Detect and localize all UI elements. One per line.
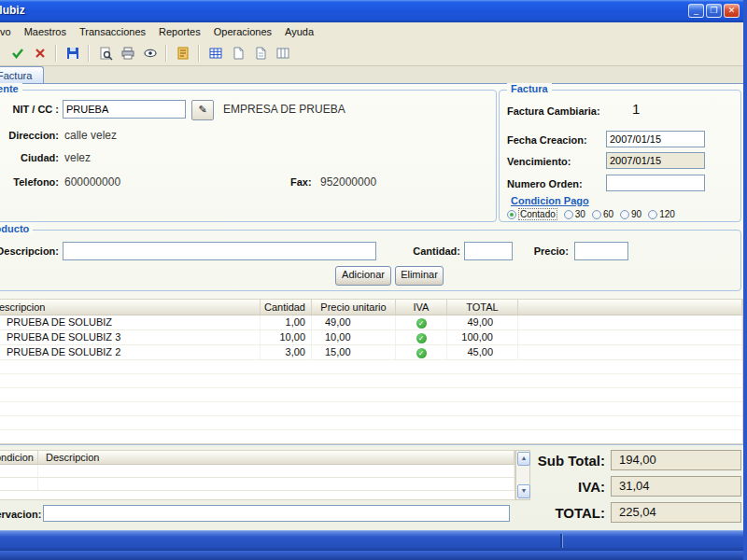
radio-120[interactable]: 120: [648, 209, 675, 219]
toolbar-separator: [198, 45, 200, 62]
tab-factura[interactable]: Factura: [0, 66, 44, 85]
delete-button[interactable]: Eliminar: [395, 266, 444, 286]
column-header-total[interactable]: TOTAL: [447, 300, 518, 315]
column-header-iva[interactable]: IVA: [396, 300, 447, 315]
quantity-label: Cantidad:: [389, 245, 460, 257]
window-controls: _ ❐ ✕: [688, 4, 740, 18]
product-group-caption: Producto: [0, 223, 33, 234]
due-date-input[interactable]: [606, 152, 705, 169]
table-row[interactable]: PRUEBA DE SOLUBIZ 1,00 49,00 ✓ 49,00: [0, 315, 742, 330]
minimize-button[interactable]: _: [688, 4, 704, 18]
section-divider: [0, 444, 743, 445]
iva-value: 31,04: [611, 476, 741, 497]
document-icon[interactable]: [228, 44, 247, 63]
phone-label: Telefono:: [0, 176, 59, 188]
radio-selected-icon: [507, 210, 516, 219]
window-title: Solubiz: [0, 4, 25, 17]
maximize-button[interactable]: ❐: [706, 4, 722, 18]
close-button[interactable]: ✕: [724, 4, 740, 18]
menu-item-ayuda[interactable]: Ayuda: [278, 24, 320, 39]
cambiaria-value: 1: [632, 101, 640, 117]
row-unit-price: 49,00: [312, 315, 396, 329]
row-description: PRUEBA DE SOLUBIZ 3: [0, 330, 261, 344]
radio-icon: [620, 210, 629, 219]
order-number-input[interactable]: [606, 175, 705, 191]
address-value: calle velez: [64, 129, 117, 142]
invoice-group: Factura Factura Cambiaria: 1 Fecha Creac…: [499, 90, 741, 222]
price-input[interactable]: [574, 242, 628, 260]
items-table-empty-area: [0, 360, 742, 434]
cancel-icon[interactable]: [30, 44, 49, 63]
confirm-icon[interactable]: [7, 44, 27, 63]
fax-label: Fax:: [290, 176, 312, 188]
radio-60[interactable]: 60: [592, 209, 613, 219]
row-description: PRUEBA DE SOLUBIZ: [0, 315, 261, 329]
client-group: Cliente NIT / CC : ✎ EMPRESA DE PRUEBA D…: [0, 90, 497, 222]
row-total: 100,00: [447, 330, 518, 344]
radio-icon: [564, 210, 573, 219]
table-row[interactable]: PRUEBA DE SOLUBIZ 3 10,00 10,00 ✓ 100,00: [0, 330, 742, 345]
row-unit-price: 10,00: [312, 330, 396, 344]
menu-item-transacciones[interactable]: Transacciones: [73, 24, 152, 39]
menu-item-operaciones[interactable]: Operaciones: [207, 24, 278, 39]
save-icon[interactable]: [63, 44, 82, 63]
columns-icon[interactable]: [273, 44, 292, 63]
total-label: TOTAL:: [472, 505, 605, 521]
application-window: Solubiz _ ❐ ✕ Archivo Maestros Transacci…: [0, 0, 747, 560]
column-header-precio-unitario[interactable]: Precio unitario: [312, 300, 396, 315]
row-total: 45,00: [447, 345, 518, 359]
product-group: Producto Descripcion: Cantidad: Precio: …: [0, 230, 741, 291]
address-label: Direccion:: [0, 130, 59, 141]
radio-contado[interactable]: Contado: [507, 208, 557, 220]
client-group-caption: Cliente: [0, 83, 22, 94]
status-bar-divider: [560, 534, 563, 548]
window-frame-bottom: [0, 551, 747, 560]
invoice-group-caption: Factura: [507, 83, 552, 94]
grid-icon[interactable]: [205, 44, 225, 63]
document2-icon[interactable]: [250, 44, 270, 63]
column-header-cantidad[interactable]: Cantidad: [261, 300, 312, 315]
radio-90[interactable]: 90: [620, 209, 641, 219]
creation-date-input[interactable]: [606, 131, 705, 147]
content-area: Cliente NIT / CC : ✎ EMPRESA DE PRUEBA D…: [0, 84, 743, 530]
radio-30[interactable]: 30: [564, 209, 585, 219]
observation-input[interactable]: [43, 505, 510, 522]
row-quantity: 10,00: [261, 330, 312, 344]
row-quantity: 3,00: [261, 345, 312, 359]
radio-icon: [592, 210, 601, 219]
preview-icon[interactable]: [95, 44, 115, 63]
price-label: Precio:: [526, 245, 569, 257]
payment-options: Contado 30 60 90 120: [507, 208, 675, 220]
view-icon[interactable]: [140, 44, 160, 63]
column-header-condicion[interactable]: Condicion: [0, 451, 38, 464]
conditions-empty-row[interactable]: [0, 478, 514, 491]
window-frame-right: [743, 0, 747, 560]
conditions-empty-row[interactable]: [0, 465, 514, 478]
menu-item-reportes[interactable]: Reportes: [152, 24, 207, 39]
toolbar-separator: [88, 45, 90, 62]
column-header-descripcion[interactable]: Descripcion: [0, 300, 261, 315]
nit-input[interactable]: [63, 100, 186, 119]
column-header-descripcion[interactable]: Descripcion: [38, 451, 514, 464]
table-row[interactable]: PRUEBA DE SOLUBIZ 2 3,00 15,00 ✓ 45,00: [0, 345, 742, 360]
items-table-header: Descripcion Cantidad Precio unitario IVA…: [0, 300, 742, 315]
toolbar-separator: [165, 45, 167, 62]
phone-value: 600000000: [64, 175, 120, 189]
notes-icon[interactable]: [173, 44, 192, 63]
items-table: Descripcion Cantidad Precio unitario IVA…: [0, 299, 743, 444]
product-description-input[interactable]: [63, 242, 376, 260]
cambiaria-label: Factura Cambiaria:: [507, 105, 600, 117]
row-unit-price: 15,00: [312, 345, 396, 359]
fax-value: 952000000: [320, 175, 376, 189]
menu-item-maestros[interactable]: Maestros: [18, 24, 73, 39]
client-search-icon[interactable]: ✎: [191, 100, 214, 120]
add-button[interactable]: Adicionar: [335, 266, 391, 286]
row-filler: [518, 330, 742, 344]
iva-check-icon: ✓: [396, 345, 447, 359]
subtotal-value: 194,00: [611, 450, 741, 470]
print-icon[interactable]: [118, 44, 137, 63]
row-filler: [518, 345, 742, 359]
payment-condition-caption: Condicion Pago: [511, 195, 589, 206]
menu-item-archivo[interactable]: Archivo: [0, 24, 18, 39]
quantity-input[interactable]: [464, 242, 513, 260]
